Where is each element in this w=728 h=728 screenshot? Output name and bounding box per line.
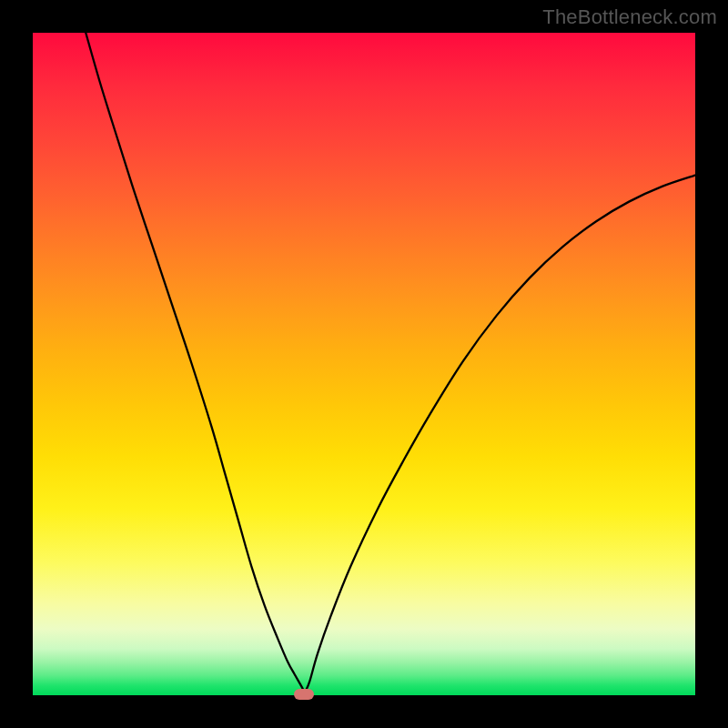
- watermark-text: TheBottleneck.com: [542, 5, 717, 29]
- chart-container: TheBottleneck.com: [0, 0, 728, 728]
- plot-background-gradient: [33, 33, 695, 695]
- minimum-marker: [294, 689, 314, 700]
